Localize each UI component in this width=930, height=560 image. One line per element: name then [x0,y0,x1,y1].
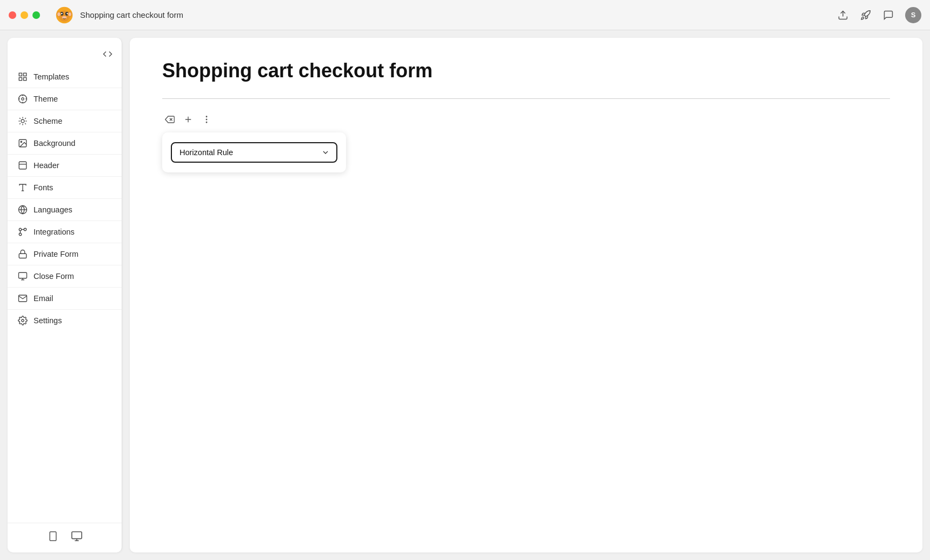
sidebar-item-languages[interactable]: Languages [8,199,122,221]
sidebar-item-settings-label: Settings [34,316,62,325]
svg-line-30 [25,118,26,119]
desktop-view-icon[interactable] [69,529,84,544]
svg-rect-45 [19,272,27,278]
grid-icon [17,71,28,82]
sidebar-item-integrations-label: Integrations [34,228,75,236]
sidebar-item-scheme-label: Scheme [34,117,62,125]
sidebar: Templates Theme [8,38,122,552]
mail-icon [17,293,28,304]
sidebar-item-theme-label: Theme [34,95,58,103]
sidebar-item-scheme[interactable]: Scheme [8,110,122,132]
svg-line-25 [19,118,21,119]
more-options-button[interactable] [199,112,214,127]
sidebar-item-close-form-label: Close Form [34,272,74,281]
close-button[interactable] [9,11,16,19]
element-dropdown-card: Horizontal Rule Text Block Image Divider… [162,132,346,172]
svg-point-60 [206,122,207,123]
sidebar-item-email-label: Email [34,294,53,303]
content-area: Shopping cart checkout form [122,30,930,560]
svg-line-29 [19,123,21,124]
svg-rect-14 [24,78,26,81]
type-icon [17,182,28,193]
palette-icon [17,94,28,104]
user-avatar[interactable]: S [905,7,921,23]
svg-point-40 [24,228,26,231]
window-title: Shopping cart checkout form [80,10,831,19]
sidebar-item-templates-label: Templates [34,72,69,81]
svg-point-4 [61,12,63,14]
sidebar-item-languages-label: Languages [34,205,72,214]
sidebar-item-fonts-label: Fonts [34,183,53,192]
minimize-button[interactable] [21,11,28,19]
sidebar-item-background[interactable]: Background [8,132,122,155]
svg-point-41 [19,228,22,231]
sidebar-item-private-form[interactable]: Private Form [8,243,122,265]
svg-rect-44 [19,254,26,258]
code-toggle-icon[interactable] [100,46,115,62]
gear-icon [17,315,28,326]
svg-point-8 [57,12,60,16]
sun-icon [17,116,28,126]
content-panel: Shopping cart checkout form [130,38,922,552]
svg-point-22 [21,119,24,123]
svg-point-58 [206,116,207,117]
sidebar-item-integrations[interactable]: Integrations [8,221,122,243]
titlebar: Shopping cart checkout form S [0,0,930,30]
svg-rect-49 [50,532,56,541]
delete-element-button[interactable] [162,112,177,127]
sidebar-item-templates[interactable]: Templates [8,66,122,88]
svg-rect-33 [19,162,26,169]
titlebar-actions: S [837,7,921,23]
lock-icon [17,249,28,259]
comment-icon[interactable] [882,9,894,21]
connect-icon [17,226,28,237]
form-title: Shopping cart checkout form [162,59,890,82]
sidebar-item-background-label: Background [34,139,75,148]
upload-icon[interactable] [837,9,849,21]
svg-point-10 [62,16,67,18]
svg-rect-13 [24,73,26,76]
sidebar-item-header[interactable]: Header [8,155,122,177]
svg-rect-12 [19,73,22,76]
image-icon [17,138,28,149]
app-logo-icon [55,6,74,24]
svg-point-9 [69,12,71,16]
sidebar-item-header-label: Header [34,161,59,170]
sidebar-item-close-form[interactable]: Close Form [8,265,122,288]
sidebar-nav: Templates Theme [8,66,122,519]
svg-line-26 [25,123,26,124]
layout-icon [17,160,28,171]
mobile-view-icon[interactable] [45,529,61,544]
svg-point-32 [21,141,22,142]
sidebar-item-settings[interactable]: Settings [8,310,122,331]
monitor-icon [17,271,28,282]
maximize-button[interactable] [32,11,40,19]
globe-icon [17,204,28,215]
svg-point-48 [22,319,24,322]
svg-point-39 [19,233,22,236]
sidebar-top [8,44,122,66]
main-layout: Templates Theme [0,30,930,560]
sidebar-item-private-form-label: Private Form [34,250,78,258]
svg-point-17 [22,98,24,101]
sidebar-item-email[interactable]: Email [8,288,122,310]
traffic-lights [9,11,40,19]
svg-rect-15 [19,78,22,81]
sidebar-bottom [8,523,122,546]
element-type-select[interactable]: Horizontal Rule Text Block Image Divider… [171,142,337,163]
element-action-bar [162,112,890,127]
add-element-button[interactable] [181,112,196,127]
form-divider [162,98,890,99]
sidebar-item-theme[interactable]: Theme [8,88,122,110]
svg-rect-51 [71,532,81,539]
sidebar-item-fonts[interactable]: Fonts [8,177,122,199]
svg-point-59 [206,119,207,120]
rocket-icon[interactable] [860,9,872,21]
